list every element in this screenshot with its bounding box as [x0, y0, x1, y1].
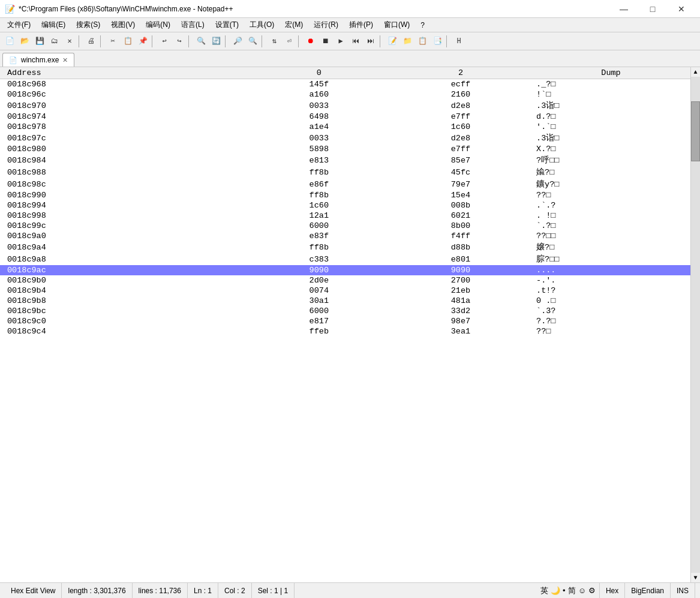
sep4	[188, 35, 192, 47]
menu-tools[interactable]: 工具(O)	[245, 19, 279, 31]
tab-close-button[interactable]: ✕	[62, 56, 68, 64]
cell-col2: 21eb	[390, 286, 531, 296]
table-row[interactable]: 0018c9a0e83ff4ff??□□	[0, 231, 690, 241]
close-button[interactable]: ✕	[668, 0, 695, 18]
table-row[interactable]: 0018c98ce86f79e7鑛y?□	[0, 178, 690, 190]
macro-play-button[interactable]: ▶	[334, 34, 348, 49]
menu-plugins[interactable]: 插件(P)	[344, 19, 378, 31]
menu-macro[interactable]: 宏(M)	[280, 19, 308, 31]
table-row[interactable]: 0018c9b830a1481a0 .□	[0, 296, 690, 306]
menu-view[interactable]: 视图(V)	[106, 19, 140, 31]
table-row[interactable]: 0018c99812a16021. !□	[0, 211, 690, 221]
new-button[interactable]: 📄	[2, 34, 17, 49]
tab-winchm[interactable]: 📄 winchm.exe ✕	[2, 53, 74, 67]
scroll-down-arrow[interactable]: ▼	[691, 573, 701, 582]
macro-prev-button[interactable]: ⏮	[349, 34, 363, 49]
cell-col2: e801	[390, 253, 531, 265]
table-row[interactable]: 0018c97c0033d2e8.3诣□	[0, 132, 690, 144]
menu-window[interactable]: 窗口(W)	[379, 19, 414, 31]
wrap-button[interactable]: ⏎	[282, 34, 296, 49]
menu-help[interactable]: ?	[416, 20, 429, 31]
cell-dump: 嬢?□	[531, 241, 690, 253]
cell-address: 0018c9a0	[0, 231, 248, 241]
table-row[interactable]: 0018c96ca1602160 !`□	[0, 89, 690, 100]
cell-col2: e7ff	[390, 112, 531, 122]
scroll-thumb[interactable]	[691, 101, 700, 161]
cell-col0: 0033	[248, 132, 390, 144]
table-row[interactable]: 0018c9700033d2e8.3诣□	[0, 100, 690, 112]
table-row[interactable]: 0018c9b4007421eb.t!?	[0, 286, 690, 296]
zoom-out-button[interactable]: 🔍	[245, 34, 260, 49]
find-button[interactable]: 🔍	[194, 34, 208, 49]
table-row[interactable]: 0018c9bc600033d2`.3?	[0, 306, 690, 316]
status-col: Col : 2	[218, 583, 252, 598]
cell-col0: a160	[248, 89, 390, 100]
toolbar: 📄 📂 💾 🗂 ✕ 🖨 ✂ 📋 📌 ↩ ↪ 🔍 🔄 🔎 🔍 ⇅ ⏎ ⏺ ⏹ ▶ …	[0, 32, 700, 50]
menu-run[interactable]: 运行(R)	[309, 19, 343, 31]
print-button[interactable]: 🖨	[84, 34, 98, 49]
menu-file[interactable]: 文件(F)	[2, 19, 35, 31]
menu-search[interactable]: 搜索(S)	[71, 19, 105, 31]
table-row[interactable]: 0018c9b02d0e2700-.'.	[0, 275, 690, 286]
paste-button[interactable]: 📌	[136, 34, 150, 49]
table-row[interactable]: 0018c9c4ffeb3ea1??□	[0, 326, 690, 336]
menu-language[interactable]: 语言(L)	[176, 19, 209, 31]
clipboard-button[interactable]: 📋	[415, 34, 429, 49]
open-button[interactable]: 📂	[17, 34, 32, 49]
extra1-button[interactable]: H	[452, 34, 466, 49]
cell-col2: 9090	[390, 265, 531, 275]
macro-stop-button[interactable]: ⏹	[319, 34, 333, 49]
sep1	[79, 35, 82, 47]
table-row[interactable]: 0018c9a8c383e801腙?□□	[0, 253, 690, 265]
cell-dump: . !□	[531, 211, 690, 221]
cell-col0: 0033	[248, 100, 390, 112]
scrollbar[interactable]: ▲ ▼	[690, 67, 700, 582]
redo-button[interactable]: ↪	[172, 34, 187, 49]
cell-col0: ff8b	[248, 241, 390, 253]
table-row[interactable]: 0018c9c0e81798e7?.?□	[0, 316, 690, 326]
cell-col2: d2e8	[390, 100, 531, 112]
cut-button[interactable]: ✂	[106, 34, 120, 49]
table-row[interactable]: 0018c968145fecff._?□	[0, 79, 690, 90]
cell-col0: c383	[248, 253, 390, 265]
minimize-button[interactable]: —	[610, 0, 638, 18]
menu-encoding[interactable]: 编码(N)	[141, 19, 175, 31]
cell-col2: 2160	[390, 89, 531, 100]
table-row[interactable]: 0018c978a1e41c60'.`□	[0, 122, 690, 132]
scroll-track[interactable]	[691, 77, 700, 573]
table-row[interactable]: 0018c9a4ff8bd88b 嬢?□	[0, 241, 690, 253]
macro-rec-button[interactable]: ⏺	[304, 34, 318, 49]
cell-col2: d2e8	[390, 132, 531, 144]
proj-button[interactable]: 📁	[400, 34, 414, 49]
close-button2[interactable]: ✕	[62, 34, 77, 49]
table-row[interactable]: 0018c9941c60008b.`.?	[0, 200, 690, 211]
table-row[interactable]: 0018c984e81385e7?呼□□	[0, 154, 690, 166]
menu-edit[interactable]: 编辑(E)	[37, 19, 70, 31]
table-row[interactable]: 0018c99c60008b00`.?□	[0, 221, 690, 231]
save-all-button[interactable]: 🗂	[47, 34, 62, 49]
multiclip-button[interactable]: 📑	[430, 34, 444, 49]
undo-button[interactable]: ↩	[157, 34, 172, 49]
cell-address: 0018c99c	[0, 221, 248, 231]
editor[interactable]: Address 0 2 Dump 0018c968145fecff._?□001…	[0, 67, 690, 582]
replace-button[interactable]: 🔄	[209, 34, 223, 49]
cell-col2: 45fc	[390, 166, 531, 178]
snippets-button[interactable]: 📝	[385, 34, 399, 49]
scroll-up-arrow[interactable]: ▲	[691, 67, 701, 77]
copy-button[interactable]: 📋	[121, 34, 135, 49]
maximize-button[interactable]: □	[639, 0, 666, 18]
cell-col0: 0074	[248, 286, 390, 296]
table-row[interactable]: 0018c9805898e7ffX.?□	[0, 144, 690, 154]
table-row[interactable]: 0018c9ac90909090....	[0, 265, 690, 275]
sync-scroll-button[interactable]: ⇅	[267, 34, 281, 49]
table-row[interactable]: 0018c990ff8b15e4 ??□	[0, 190, 690, 200]
table-row[interactable]: 0018c988ff8b45fc 婾?□	[0, 166, 690, 178]
cell-col0: ff8b	[248, 166, 390, 178]
macro-next-button[interactable]: ⏭	[363, 34, 378, 49]
table-row[interactable]: 0018c9746498e7ffd.?□	[0, 112, 690, 122]
cell-col2: 3ea1	[390, 326, 531, 336]
cell-dump: ._?□	[531, 79, 690, 90]
zoom-in-button[interactable]: 🔎	[230, 34, 245, 49]
save-button[interactable]: 💾	[32, 34, 47, 49]
menu-settings[interactable]: 设置(T)	[211, 19, 244, 31]
